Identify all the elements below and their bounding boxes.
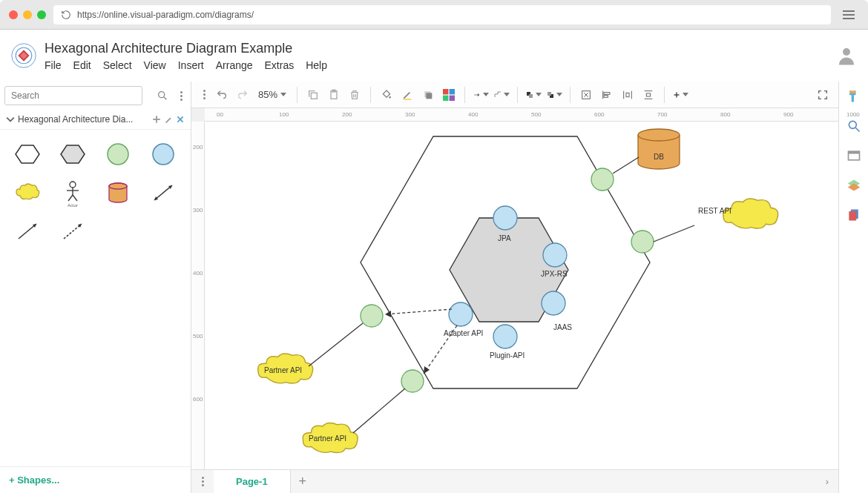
connector-rest[interactable]: [654, 225, 694, 242]
align-button[interactable]: [599, 87, 615, 103]
add-icon[interactable]: [152, 115, 161, 124]
user-profile-icon[interactable]: [835, 44, 858, 67]
svg-rect-56: [646, 93, 650, 96]
format-panel-icon[interactable]: [846, 89, 861, 104]
chevron-down-icon: [536, 93, 542, 96]
fullscreen-button[interactable]: [815, 87, 831, 103]
connector-db[interactable]: [613, 157, 639, 173]
waypoint-button[interactable]: [493, 87, 510, 103]
shape-circle-blue[interactable]: [142, 137, 183, 171]
label-partner-api-1: Partner API: [264, 366, 302, 374]
fit-button[interactable]: [578, 87, 594, 103]
to-front-button[interactable]: [525, 87, 542, 103]
shape-line-bidir[interactable]: [142, 176, 183, 210]
hamburger-icon: [843, 10, 855, 19]
svg-rect-68: [848, 151, 859, 153]
ruler-horizontal: 00 100 200 300 400 500 600 700 800 900 1…: [205, 108, 838, 122]
tabs-scroll-right-icon[interactable]: ›: [816, 476, 838, 487]
svg-point-13: [153, 144, 174, 165]
connector-partner-1[interactable]: [309, 323, 363, 366]
page-tabs: Page-1 + ›: [191, 469, 838, 493]
distribute-v-button[interactable]: [640, 87, 657, 103]
chevron-down-icon: [556, 93, 562, 96]
menu-edit[interactable]: Edit: [73, 59, 91, 71]
adapter-plugin[interactable]: [493, 325, 517, 348]
distribute-h-button[interactable]: [619, 87, 636, 103]
tabs-menu-icon[interactable]: [191, 477, 214, 486]
to-back-button[interactable]: [546, 87, 562, 103]
close-window-icon[interactable]: [9, 10, 18, 19]
copy-button[interactable]: [305, 87, 321, 103]
adapter-jaas[interactable]: [542, 291, 565, 315]
fill-color-button[interactable]: [378, 87, 395, 103]
diagram-canvas[interactable]: DB REST API JPA JPX-RS JAAS Adapter API …: [205, 122, 838, 469]
shapes-sidebar: Hexagonal Architecture Dia... Actor + Sh…: [0, 82, 191, 493]
toolbar-handle-icon[interactable]: [199, 90, 209, 99]
label-rest-api: REST API: [698, 207, 731, 215]
shape-actor[interactable]: Actor: [53, 176, 93, 210]
insert-button[interactable]: [672, 87, 688, 103]
menu-select[interactable]: Select: [103, 59, 132, 71]
shape-arrow[interactable]: [7, 214, 48, 248]
outline-panel-icon[interactable]: [846, 148, 861, 163]
paste-button[interactable]: [326, 87, 342, 103]
db-cylinder[interactable]: [638, 129, 680, 169]
adapter-api[interactable]: [449, 302, 473, 326]
port-left-upper[interactable]: [361, 305, 383, 327]
actor-label: Actor: [68, 203, 78, 208]
svg-rect-36: [450, 89, 455, 94]
svg-line-66: [855, 128, 859, 132]
search-input[interactable]: [4, 86, 142, 105]
shadow-button[interactable]: [420, 87, 436, 103]
shape-hexagon-filled[interactable]: [53, 137, 93, 171]
adapter-jpx-rs[interactable]: [543, 243, 567, 267]
canvas-wrap: 200 300 400 500 600: [191, 122, 838, 469]
search-panel-icon[interactable]: [846, 119, 861, 133]
port-top-right[interactable]: [591, 168, 614, 191]
chevron-down-icon: [483, 93, 489, 96]
adapter-jpa[interactable]: [493, 206, 517, 230]
diagram-svg[interactable]: [205, 122, 813, 469]
svg-point-14: [70, 182, 76, 188]
label-jpa: JPA: [498, 234, 511, 242]
menu-view[interactable]: View: [144, 59, 166, 71]
pages-panel-icon[interactable]: [846, 208, 861, 222]
browser-menu-button[interactable]: [838, 4, 859, 25]
redo-button[interactable]: [234, 87, 251, 103]
editor-area: 85% 00 10: [191, 82, 838, 493]
menu-help[interactable]: Help: [306, 59, 327, 71]
layers-panel-icon[interactable]: [846, 178, 861, 193]
tab-page-1[interactable]: Page-1: [214, 470, 291, 493]
shape-arrow-dashed[interactable]: [53, 214, 93, 248]
svg-line-24: [19, 224, 36, 239]
menu-extras[interactable]: Extras: [265, 59, 295, 71]
colors-button[interactable]: [441, 87, 457, 103]
menu-insert[interactable]: Insert: [178, 59, 204, 71]
search-icon[interactable]: [157, 90, 168, 102]
shape-hexagon-outline[interactable]: [7, 137, 48, 171]
menu-file[interactable]: File: [45, 59, 62, 71]
shape-cloud[interactable]: [7, 176, 48, 210]
delete-button[interactable]: [346, 87, 363, 103]
address-bar[interactable]: https://online.visual-paradigm.com/diagr…: [53, 5, 831, 24]
document-title[interactable]: Hexagonal Architecture Diagram Example: [45, 41, 327, 56]
refresh-icon[interactable]: [61, 10, 71, 20]
shape-cylinder[interactable]: [98, 176, 139, 210]
more-shapes-button[interactable]: + Shapes...: [0, 466, 191, 493]
category-header[interactable]: Hexagonal Architecture Dia...: [0, 110, 191, 130]
maximize-window-icon[interactable]: [37, 10, 46, 19]
menu-arrange[interactable]: Arrange: [216, 59, 253, 71]
port-right[interactable]: [631, 231, 654, 253]
close-icon[interactable]: [176, 115, 185, 124]
edit-icon[interactable]: [164, 115, 173, 124]
svg-rect-50: [604, 95, 608, 97]
sidebar-more-icon[interactable]: [176, 91, 186, 101]
add-page-button[interactable]: +: [291, 474, 315, 489]
undo-button[interactable]: [214, 87, 230, 103]
connector-partner-2[interactable]: [353, 388, 405, 433]
line-color-button[interactable]: [399, 87, 415, 103]
connection-button[interactable]: [473, 87, 489, 103]
zoom-level[interactable]: 85%: [255, 89, 289, 100]
minimize-window-icon[interactable]: [23, 10, 32, 19]
shape-circle-green[interactable]: [98, 137, 139, 171]
